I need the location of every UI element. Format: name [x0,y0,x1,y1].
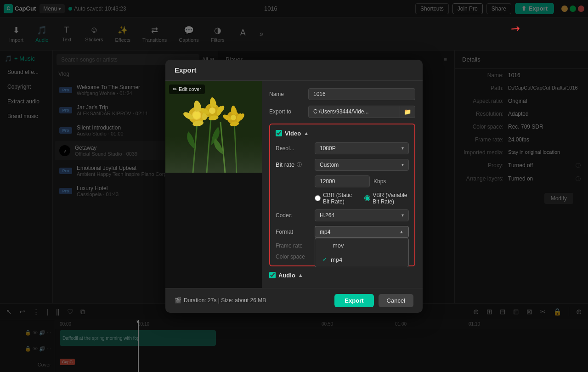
vbr-radio[interactable] [364,195,370,201]
mp4-check: ✓ [322,256,327,263]
export-path-field: 📁 [308,106,415,118]
bitrate-select[interactable]: Custom ▾ [315,159,409,171]
modal-footer: 🎬 Duration: 27s | Size: about 26 MB Expo… [165,288,423,313]
folder-button[interactable]: 📁 [400,106,415,118]
cbr-radio[interactable] [315,195,321,201]
export-path-input[interactable] [309,106,400,117]
modal-cancel-button[interactable]: Cancel [379,294,413,307]
bitrate-arrow: ▾ [401,162,404,167]
video-checkbox[interactable] [276,130,282,136]
bitrate-input-row: Kbps [315,175,409,187]
format-option-mov[interactable]: mov [315,238,408,253]
format-dropdown-wrapper: mp4 ▲ mov ✓ mp4 [315,226,409,238]
svg-point-29 [231,115,236,120]
video-section: Video ▲ Resol... 1080P ▾ Bi [269,124,415,266]
format-option-mp4[interactable]: ✓ mp4 [315,253,408,267]
cbr-radio-item[interactable]: CBR (Static Bit Rate) [315,192,355,205]
duration-info: 🎬 Duration: 27s | Size: about 26 MB [175,297,266,304]
format-arrow: ▲ [399,229,404,234]
bitrate-number-input[interactable] [315,175,370,187]
video-section-arrow: ▲ [304,130,309,136]
vbr-radio-item[interactable]: VBR (Variable Bit Rate) [364,192,409,205]
audio-section-arrow: ▲ [298,272,303,278]
modal-body: ✏ Edit cover Name Export to 📁 [165,81,423,288]
modal-export-button[interactable]: Export [334,294,373,307]
name-input[interactable] [308,88,415,100]
codec-arrow: ▾ [401,213,404,218]
cover-preview-image [165,81,262,173]
modal-preview: ✏ Edit cover [165,81,262,288]
film-icon: 🎬 [175,297,181,304]
bitrate-info-icon: ⓘ [297,161,302,168]
format-row: Format mp4 ▲ mov [276,226,409,238]
resolution-row: Resol... 1080P ▾ [276,142,409,154]
modal-title: Export [165,60,423,81]
modal-form: Name Export to 📁 Video ▲ [262,81,423,288]
format-select[interactable]: mp4 ▲ [315,226,409,238]
svg-point-13 [193,112,200,119]
edit-cover-button[interactable]: ✏ Edit cover [169,85,205,94]
export-modal: Export [165,60,423,313]
cover-svg [165,81,262,173]
resolution-select[interactable]: 1080P ▾ [315,142,409,154]
edit-icon: ✏ [173,86,177,92]
codec-row: Codec H.264 ▾ [276,209,409,221]
modal-overlay: Export [0,0,588,372]
form-exportto-row: Export to 📁 [269,106,415,118]
bitrate-row: Bit rate ⓘ Custom ▾ [276,159,409,171]
resolution-arrow: ▾ [401,146,404,151]
audio-checkbox[interactable] [269,272,276,278]
video-section-header[interactable]: Video ▲ [276,130,409,137]
format-dropdown: mov ✓ mp4 [315,238,409,267]
form-name-row: Name [269,88,415,100]
footer-buttons: Export Cancel [334,294,413,307]
audio-section: Audio ▲ [269,272,415,288]
codec-select[interactable]: H.264 ▾ [315,209,409,221]
audio-section-header[interactable]: Audio ▲ [269,272,415,279]
svg-point-21 [209,107,215,114]
radio-row: CBR (Static Bit Rate) VBR (Variable Bit … [315,192,409,205]
svg-rect-30 [165,136,262,173]
